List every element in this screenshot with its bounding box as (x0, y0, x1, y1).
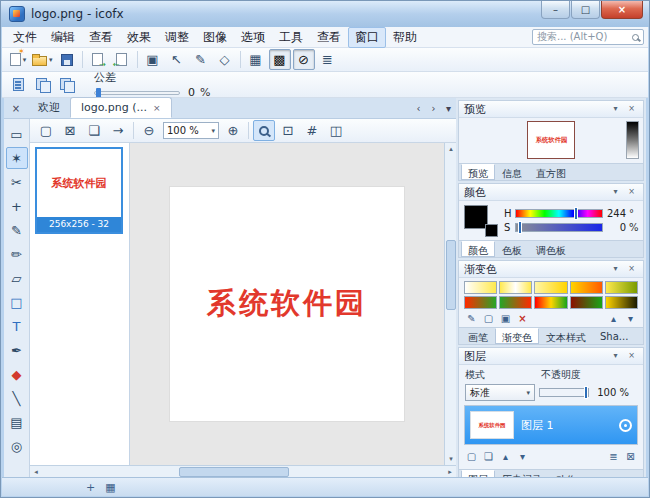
gradient-delete-button[interactable]: × (515, 311, 530, 325)
panel-view-button[interactable]: ◫ (325, 120, 347, 141)
menu-file[interactable]: 文件 (6, 27, 44, 48)
tolerance-slider[interactable] (94, 91, 180, 95)
panel-close-icon[interactable]: × (625, 263, 638, 276)
layers-view-toggle-button[interactable]: ≣ (317, 49, 339, 70)
gradient-swatch[interactable] (605, 281, 638, 294)
dropdown-arrow-icon[interactable]: ▾ (49, 56, 53, 64)
grid-toggle-button[interactable]: ▦ (245, 49, 267, 70)
import-button[interactable] (87, 49, 109, 70)
delete-layer-button[interactable]: ⊠ (623, 449, 638, 463)
blend-mode-select[interactable]: 标准 ▾ (465, 384, 535, 401)
transparency-toggle-button[interactable]: ▩ (269, 49, 291, 70)
titlebar[interactable]: logo.png - icofx – □ × (1, 1, 649, 27)
horizontal-scrollbar[interactable]: ◂ ▸ (30, 465, 456, 477)
zoom-select[interactable]: 100 % ▾ (163, 122, 219, 139)
menu-adjust[interactable]: 调整 (158, 27, 196, 48)
close-document-button[interactable]: × (8, 100, 24, 116)
gradient-swatch[interactable] (570, 281, 603, 294)
tab-prev-button[interactable]: ‹ (411, 101, 426, 116)
tab-shapes[interactable]: Sha... (593, 328, 635, 344)
gradient-swatch[interactable] (534, 281, 567, 294)
draw-mode-button[interactable]: ✎ (190, 49, 212, 70)
copy-button[interactable] (31, 74, 53, 95)
canvas[interactable]: 系统软件园 (169, 186, 405, 422)
gradient-swatch[interactable] (464, 281, 497, 294)
menu-view-2[interactable]: 查看 (310, 27, 348, 48)
tab-info[interactable]: 信息 (495, 164, 529, 180)
gradient-swatch[interactable] (605, 296, 638, 309)
hue-slider[interactable] (515, 209, 603, 218)
save-button[interactable] (56, 49, 78, 70)
grid-view-button[interactable]: # (301, 120, 323, 141)
layer-down-button[interactable]: ▾ (515, 449, 530, 463)
tab-histogram[interactable]: 直方图 (529, 164, 573, 180)
opacity-slider[interactable] (539, 388, 589, 397)
tool-line[interactable]: ╲ (6, 387, 28, 409)
magnifier-mode-button[interactable] (253, 120, 275, 141)
maximize-button[interactable]: □ (571, 1, 600, 19)
panel-collapse-icon[interactable]: ▾ (609, 186, 622, 199)
gradient-new-button[interactable]: ▢ (481, 311, 496, 325)
color-picker-button[interactable]: ⊡ (277, 120, 299, 141)
menu-search-input[interactable]: 搜索... (Alt+Q) (532, 29, 644, 45)
minimize-button[interactable]: – (541, 1, 570, 19)
new-image-button[interactable]: ▢ (35, 120, 57, 141)
current-color-swatch[interactable] (464, 204, 498, 237)
gradient-edit-button[interactable]: ✎ (464, 311, 479, 325)
tab-color[interactable]: 颜色 (461, 241, 495, 257)
tab-document[interactable]: logo.png (... × (70, 97, 172, 118)
hue-slider-handle[interactable] (574, 207, 578, 220)
menu-image[interactable]: 图像 (196, 27, 234, 48)
gradient-swatch[interactable] (570, 296, 603, 309)
merge-layers-button[interactable]: ≣ (606, 449, 621, 463)
zoom-out-button[interactable]: ⊖ (138, 120, 160, 141)
tab-swatches[interactable]: 色板 (495, 241, 529, 257)
menu-view[interactable]: 查看 (82, 27, 120, 48)
panel-collapse-icon[interactable]: ▾ (609, 263, 622, 276)
tab-preview[interactable]: 预览 (461, 164, 495, 180)
menu-effects[interactable]: 效果 (120, 27, 158, 48)
menu-help[interactable]: 帮助 (386, 27, 424, 48)
tool-text[interactable]: T (6, 315, 28, 337)
menu-options[interactable]: 选项 (234, 27, 272, 48)
tool-eraser[interactable]: ▱ (6, 267, 28, 289)
tool-magic-wand[interactable]: ✶ (6, 147, 28, 169)
tab-brush[interactable]: 画笔 (461, 328, 495, 344)
panel-close-icon[interactable]: × (625, 350, 638, 363)
menu-window[interactable]: 窗口 (348, 27, 386, 48)
export-button[interactable] (111, 49, 133, 70)
tab-text-style[interactable]: 文本样式 (539, 328, 593, 344)
layer-visibility-eye-icon[interactable] (619, 419, 632, 432)
panel-close-icon[interactable]: × (625, 103, 638, 116)
close-button[interactable]: × (601, 1, 643, 19)
tool-gradient[interactable]: ▤ (6, 411, 28, 433)
delete-image-button[interactable]: ⊠ (59, 120, 81, 141)
pointer-button[interactable]: ↖ (166, 49, 188, 70)
vertical-scroll-thumb[interactable] (446, 240, 456, 310)
canvas-viewport[interactable]: 系统软件园 (130, 143, 444, 465)
menu-edit[interactable]: 编辑 (44, 27, 82, 48)
dropdown-arrow-icon[interactable]: ▾ (23, 56, 27, 64)
panel-collapse-icon[interactable]: ▾ (609, 350, 622, 363)
duplicate-image-button[interactable]: ❏ (83, 120, 105, 141)
layer-up-button[interactable]: ▴ (498, 449, 513, 463)
paste-button[interactable] (7, 74, 29, 95)
tab-close-icon[interactable]: × (153, 103, 161, 113)
vertical-scrollbar[interactable]: ▴ ▾ (444, 143, 456, 465)
tool-crop[interactable]: ✂ (6, 171, 28, 193)
background-color[interactable] (485, 224, 498, 237)
new-layer-button[interactable]: ▢ (464, 449, 479, 463)
gradient-swatch[interactable] (499, 296, 532, 309)
tool-rectangle-select[interactable]: ▭ (6, 123, 28, 145)
tab-gradient[interactable]: 渐变色 (495, 328, 539, 344)
tab-list-button[interactable]: ▾ (441, 101, 456, 116)
gradient-save-button[interactable]: ▣ (498, 311, 513, 325)
menu-tools[interactable]: 工具 (272, 27, 310, 48)
saturation-slider[interactable] (515, 223, 603, 232)
horizontal-scroll-thumb[interactable] (179, 467, 289, 477)
tool-eyedropper[interactable]: ✒ (6, 339, 28, 361)
tool-shapes[interactable]: ◆ (6, 363, 28, 385)
gradient-sort-down-icon[interactable]: ▾ (623, 311, 638, 325)
box-select-button[interactable]: ▣ (142, 49, 164, 70)
panel-collapse-icon[interactable]: ▾ (609, 103, 622, 116)
